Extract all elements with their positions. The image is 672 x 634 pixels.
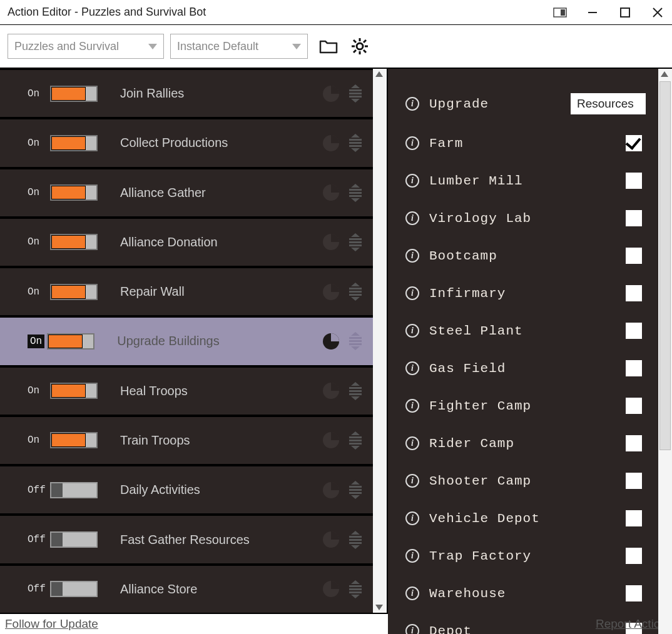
- detail-item-checkbox[interactable]: [626, 285, 642, 301]
- folder-icon[interactable]: [318, 36, 339, 57]
- info-icon[interactable]: i: [405, 324, 419, 338]
- follow-update-link[interactable]: Follow for Update: [5, 617, 98, 631]
- action-state-label: On: [28, 435, 50, 446]
- scroll-down-icon[interactable]: [375, 605, 383, 610]
- action-row-icons: [323, 283, 362, 301]
- info-icon[interactable]: i: [405, 399, 419, 413]
- action-toggle[interactable]: [50, 184, 98, 201]
- detail-item-label: Steel Plant: [429, 324, 626, 338]
- info-icon[interactable]: i: [405, 361, 419, 375]
- detail-item-checkbox[interactable]: [626, 585, 642, 601]
- schedule-icon[interactable]: [323, 284, 339, 300]
- info-icon[interactable]: i: [405, 249, 419, 263]
- action-row[interactable]: OnTrain Troops: [0, 417, 373, 464]
- action-toggle[interactable]: [50, 531, 98, 548]
- detail-item-checkbox[interactable]: [626, 360, 642, 376]
- drag-handle-icon[interactable]: [349, 184, 362, 202]
- schedule-icon[interactable]: [323, 383, 339, 399]
- detail-item-checkbox[interactable]: [626, 323, 642, 339]
- schedule-icon[interactable]: [323, 135, 339, 151]
- info-icon[interactable]: i: [405, 624, 419, 634]
- action-row-icons: [323, 184, 362, 202]
- info-icon[interactable]: i: [405, 586, 419, 600]
- info-icon[interactable]: i: [405, 511, 419, 525]
- scroll-up-icon[interactable]: [375, 71, 383, 77]
- drag-handle-icon[interactable]: [349, 531, 362, 549]
- action-toggle[interactable]: [50, 383, 98, 399]
- right-scrollbar[interactable]: [658, 69, 672, 634]
- action-row[interactable]: OnUpgrade Buildings: [0, 318, 373, 365]
- detail-item-checkbox[interactable]: [626, 210, 642, 226]
- schedule-icon[interactable]: [323, 234, 339, 250]
- close-icon[interactable]: [651, 6, 664, 19]
- drag-handle-icon[interactable]: [349, 283, 362, 301]
- report-action-link[interactable]: Report Action: [596, 617, 667, 631]
- action-toggle[interactable]: [50, 135, 98, 151]
- action-row[interactable]: OffFast Gather Resources: [0, 516, 373, 563]
- action-toggle[interactable]: [50, 284, 98, 300]
- action-row-icons: [323, 332, 362, 350]
- schedule-icon[interactable]: [323, 333, 339, 350]
- scroll-thumb[interactable]: [659, 81, 671, 450]
- window-title: Action Editor - Puzzles and Survival Bot: [8, 6, 553, 19]
- action-row[interactable]: OnRepair Wall: [0, 268, 373, 315]
- scroll-up-icon[interactable]: [661, 71, 668, 77]
- drag-handle-icon[interactable]: [349, 84, 362, 103]
- detail-item-checkbox[interactable]: [626, 135, 642, 151]
- schedule-icon[interactable]: [323, 184, 339, 201]
- detail-item-checkbox[interactable]: [626, 510, 642, 526]
- minimize-icon[interactable]: [586, 6, 599, 19]
- action-state-label: On: [28, 88, 50, 99]
- info-icon[interactable]: i: [405, 286, 419, 300]
- drag-handle-icon[interactable]: [349, 382, 362, 400]
- action-row[interactable]: OffDaily Activities: [0, 466, 373, 513]
- detail-item-checkbox[interactable]: [626, 435, 642, 451]
- detail-item-checkbox[interactable]: [626, 473, 642, 489]
- instance-dropdown[interactable]: Instance Default: [170, 34, 308, 59]
- info-icon[interactable]: i: [405, 97, 419, 111]
- info-icon[interactable]: i: [405, 436, 419, 450]
- info-icon[interactable]: i: [405, 549, 419, 563]
- schedule-icon[interactable]: [323, 531, 339, 548]
- maximize-icon[interactable]: [618, 6, 632, 19]
- detail-item-checkbox[interactable]: [626, 248, 642, 264]
- action-row[interactable]: OnJoin Rallies: [0, 70, 373, 117]
- drag-handle-icon[interactable]: [349, 481, 362, 499]
- detail-item-checkbox[interactable]: [626, 548, 642, 564]
- drag-handle-icon[interactable]: [349, 580, 362, 598]
- info-icon[interactable]: i: [405, 211, 419, 225]
- detail-header-value[interactable]: Resources: [571, 93, 646, 114]
- action-row[interactable]: OnHeal Troops: [0, 368, 373, 415]
- game-dropdown[interactable]: Puzzles and Survival: [8, 34, 164, 59]
- info-icon[interactable]: i: [405, 474, 419, 488]
- action-row[interactable]: OnAlliance Donation: [0, 219, 373, 266]
- info-icon[interactable]: i: [405, 136, 419, 150]
- drag-handle-icon[interactable]: [349, 431, 362, 450]
- schedule-icon[interactable]: [323, 432, 339, 448]
- action-toggle[interactable]: [50, 581, 98, 597]
- action-row[interactable]: OnAlliance Gather: [0, 169, 373, 216]
- right-body: iUpgradeResourcesiFarmiLumber MilliVirol…: [388, 69, 672, 634]
- action-row[interactable]: OnCollect Productions: [0, 119, 373, 166]
- action-row-icons: [323, 382, 362, 400]
- info-icon[interactable]: i: [405, 174, 419, 188]
- schedule-icon[interactable]: [323, 482, 339, 498]
- action-toggle[interactable]: [50, 86, 98, 102]
- left-scrollbar[interactable]: [373, 69, 387, 613]
- detail-item-checkbox[interactable]: [626, 398, 642, 414]
- drag-handle-icon[interactable]: [349, 233, 362, 251]
- gear-icon[interactable]: [349, 36, 370, 57]
- action-toggle[interactable]: [47, 333, 94, 350]
- action-toggle[interactable]: [50, 482, 98, 498]
- action-state-label: Off: [28, 534, 50, 545]
- action-toggle[interactable]: [50, 432, 98, 448]
- tablet-icon[interactable]: [553, 6, 567, 19]
- drag-handle-icon[interactable]: [349, 134, 362, 152]
- schedule-icon[interactable]: [323, 86, 339, 102]
- detail-item-checkbox[interactable]: [626, 173, 642, 189]
- action-row[interactable]: OffAlliance Store: [0, 566, 373, 613]
- schedule-icon[interactable]: [323, 581, 339, 597]
- drag-handle-icon[interactable]: [349, 332, 362, 350]
- action-toggle[interactable]: [50, 234, 98, 250]
- action-row-icons: [323, 431, 362, 450]
